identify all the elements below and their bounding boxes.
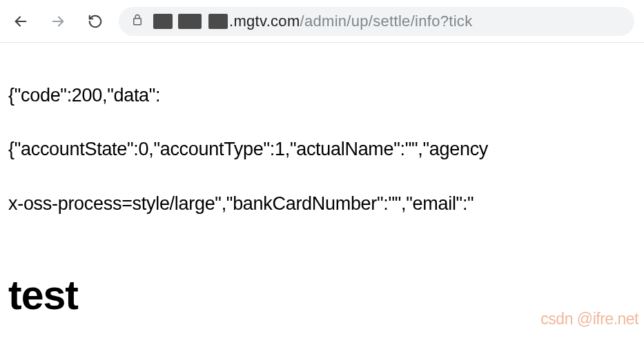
json-line: x-oss-process=style/large","bankCardNumb… — [8, 190, 637, 217]
arrow-right-icon — [50, 14, 66, 29]
redacted-subdomain-2 — [178, 14, 202, 29]
forward-button[interactable] — [47, 10, 69, 32]
redacted-subdomain-3 — [208, 14, 228, 29]
arrow-left-icon — [13, 14, 28, 29]
reload-button[interactable] — [84, 10, 106, 32]
reload-icon — [88, 14, 103, 29]
url-domain: .mgtv.com — [229, 12, 300, 30]
url-text: .mgtv.com/admin/up/settle/info?tick — [153, 12, 472, 30]
browser-toolbar: .mgtv.com/admin/up/settle/info?tick — [0, 0, 644, 43]
nav-buttons — [10, 10, 106, 32]
json-line: {"accountState":0,"accountType":1,"actua… — [8, 136, 637, 163]
redacted-subdomain-1 — [153, 14, 173, 29]
address-bar[interactable]: .mgtv.com/admin/up/settle/info?tick — [119, 7, 634, 36]
lock-icon — [131, 14, 144, 29]
back-button[interactable] — [10, 10, 32, 32]
page-content: {"code":200,"data": {"accountState":0,"a… — [0, 43, 644, 345]
watermark: csdn @ifre.net — [540, 310, 638, 328]
json-line: {"code":200,"data": — [8, 82, 637, 109]
url-path: /admin/up/settle/info?tick — [300, 12, 473, 30]
